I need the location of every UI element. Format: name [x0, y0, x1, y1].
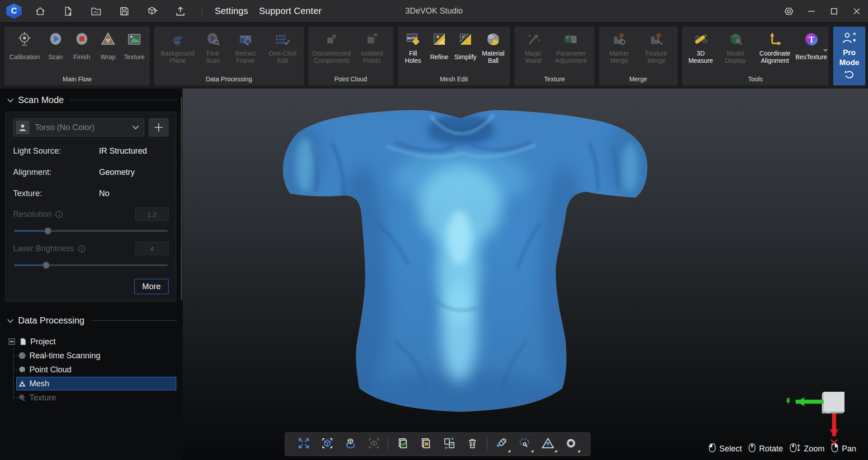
brush-select-button[interactable]	[492, 435, 510, 453]
ribbon-item-retract-frame[interactable]: Retract Frame	[227, 29, 264, 65]
deselect-all-button[interactable]	[417, 435, 435, 453]
app-logo-icon[interactable]: C	[6, 4, 22, 19]
feature-merge-icon	[647, 29, 666, 49]
lasso-select-button[interactable]	[515, 435, 533, 453]
home-icon[interactable]	[31, 3, 50, 19]
ribbon-group-tools: 3D MeasureModel DisplayCoordinate Alignm…	[682, 27, 829, 85]
focus-view-button[interactable]	[365, 435, 383, 453]
tree-item-label: Real-time Scanning	[29, 351, 100, 361]
ribbon-group-main-flow: CalibrationScanFinishWrapTextureMain Flo…	[5, 27, 150, 85]
slider-value[interactable]: 4	[135, 242, 169, 255]
scan-mode-header[interactable]: Scan Mode	[0, 89, 183, 110]
ribbon-item-parameter-adjustment[interactable]: Parameter Adjustment	[550, 29, 592, 65]
torso-mesh-model[interactable]	[183, 89, 868, 460]
ribbon-item-bestexture[interactable]: TBesTexture	[797, 29, 826, 65]
ribbon-item-background-plane[interactable]: Background Plane	[157, 29, 198, 65]
ribbon-item-material-ball[interactable]: Material Ball	[479, 29, 508, 65]
delete-button[interactable]	[463, 435, 481, 453]
tree-item-texture[interactable]: Texture	[16, 391, 176, 404]
isolated-points-icon	[362, 29, 381, 49]
maximize-button[interactable]	[823, 0, 845, 23]
slider-track[interactable]	[14, 262, 168, 269]
simplify-icon	[456, 29, 475, 49]
add-preset-button[interactable]	[149, 118, 169, 136]
tree-branch-line	[13, 370, 17, 370]
ribbon-item-refine[interactable]: Refine	[427, 29, 452, 65]
invert-selection-button[interactable]	[440, 435, 458, 453]
tree-item-point-cloud[interactable]: Point Cloud	[16, 363, 176, 376]
slider-label: Laser Brightness	[13, 244, 74, 253]
menu-settings[interactable]: Settings	[209, 6, 254, 16]
close-button[interactable]	[845, 0, 868, 23]
slider-laser-brightness: Laser Brightness4	[13, 242, 169, 269]
mouse-hint-label: Pan	[842, 444, 856, 454]
ribbon-item-finish[interactable]: Finish	[69, 29, 94, 65]
fit-view-button[interactable]	[295, 435, 313, 453]
data-processing-header[interactable]: Data Processing	[0, 309, 183, 330]
ribbon-item-coordinate-alignment[interactable]: Coordinate Alignment	[754, 29, 796, 65]
field-light-source: Light Source:IR Structured	[13, 144, 169, 158]
triangle-select-button[interactable]	[539, 435, 557, 453]
export-model-icon[interactable]	[171, 3, 190, 19]
scan-preset-dropdown[interactable]: Torso (No Color)	[13, 118, 144, 136]
field-texture: Texture:No	[13, 187, 169, 200]
ribbon-item-calibration[interactable]: Calibration	[7, 29, 42, 65]
ribbon-item-label: Material Ball	[481, 49, 505, 65]
mouse-hint-rotate: Rotate	[748, 443, 783, 455]
ribbon-item-wrap[interactable]: Wrap	[95, 29, 121, 65]
open-project-icon[interactable]: PJ	[87, 3, 106, 19]
ribbon-group-texture: Magic WandParameter AdjustmentTexture	[514, 27, 594, 85]
ribbon-item-model-display[interactable]: Model Display	[717, 29, 753, 65]
tree-item-label: Mesh	[29, 379, 49, 389]
import-model-icon[interactable]	[143, 3, 162, 19]
field-alignment: Alignment:Geometry	[13, 165, 169, 179]
slider-value[interactable]: 1.2	[135, 207, 169, 221]
ribbon-item-marker-merge[interactable]: Marker Merge	[602, 29, 637, 65]
pro-mode-button[interactable]: Pro Mode	[833, 27, 865, 85]
frame-model-button[interactable]	[318, 435, 336, 453]
ribbon-item-isolated-points[interactable]: Isolated Points	[353, 29, 390, 65]
ribbon-item-magic-wand[interactable]: Magic Wand	[517, 29, 549, 65]
sidebar-scrollbar[interactable]	[181, 97, 182, 300]
slider-track[interactable]	[14, 227, 168, 235]
slider-handle[interactable]	[42, 262, 50, 269]
ribbon-item-disconnected-components[interactable]: Disconnected Components	[311, 29, 353, 65]
ribbon-item-scan[interactable]: Scan	[43, 29, 68, 65]
slider-handle[interactable]	[44, 227, 52, 235]
tree-item-project[interactable]: Project	[7, 335, 176, 348]
tree-item-real-time-scanning[interactable]: Real-time Scanning	[16, 349, 176, 362]
ribbon-group-label: Texture	[514, 74, 594, 85]
ribbon-item-label: Disconnected Components	[312, 49, 351, 65]
ribbon-item-feature-merge[interactable]: Feature Merge	[638, 29, 675, 65]
ribbon-item-fine-scan[interactable]: Fine Scan	[199, 29, 226, 65]
minimize-button[interactable]	[800, 0, 823, 23]
collapse-box-icon[interactable]	[9, 338, 15, 345]
ribbon-item-fill-holes[interactable]: AUTOFill Holes	[401, 29, 426, 65]
tree-branch-line	[13, 398, 17, 398]
ribbon-item-label: 3D Measure	[687, 49, 714, 65]
select-all-button[interactable]	[394, 435, 412, 453]
tree-item-mesh[interactable]: Mesh	[16, 377, 176, 390]
tree-branch-line	[13, 356, 17, 356]
ribbon-item-texture[interactable]: Texture	[122, 29, 147, 65]
ribbon-item-label: Texture	[124, 49, 145, 65]
axis-gizmo[interactable]	[780, 385, 848, 446]
ribbon-item-simplify[interactable]: Simplify	[453, 29, 478, 65]
save-icon[interactable]	[115, 3, 134, 19]
marker-merge-icon	[610, 29, 629, 49]
viewport-3d[interactable]: SelectRotateZoomPan	[183, 89, 868, 460]
ribbon-group-mesh-edit: AUTOFill HolesRefineSimplifyMaterial Bal…	[398, 27, 510, 85]
mouse-hint-select: Select	[708, 443, 742, 455]
sidebar: Scan Mode Torso (No Color) Light Source:…	[0, 89, 183, 460]
preferences-gear-icon[interactable]	[778, 0, 800, 23]
more-button[interactable]: More	[134, 279, 169, 294]
orbit-view-button[interactable]	[341, 435, 359, 453]
sphere-select-button[interactable]	[562, 435, 580, 453]
menu-support-center[interactable]: Support Center	[254, 6, 327, 16]
new-project-icon[interactable]	[59, 3, 78, 19]
ribbon-group-label: Merge	[599, 74, 678, 85]
ribbon-item-3d-measure[interactable]: 3D Measure	[685, 29, 717, 65]
dropdown-caret-icon[interactable]	[823, 49, 828, 52]
ribbon-item-one-click-edit[interactable]: One-Click Edit	[264, 29, 301, 65]
refine-icon	[430, 29, 449, 49]
